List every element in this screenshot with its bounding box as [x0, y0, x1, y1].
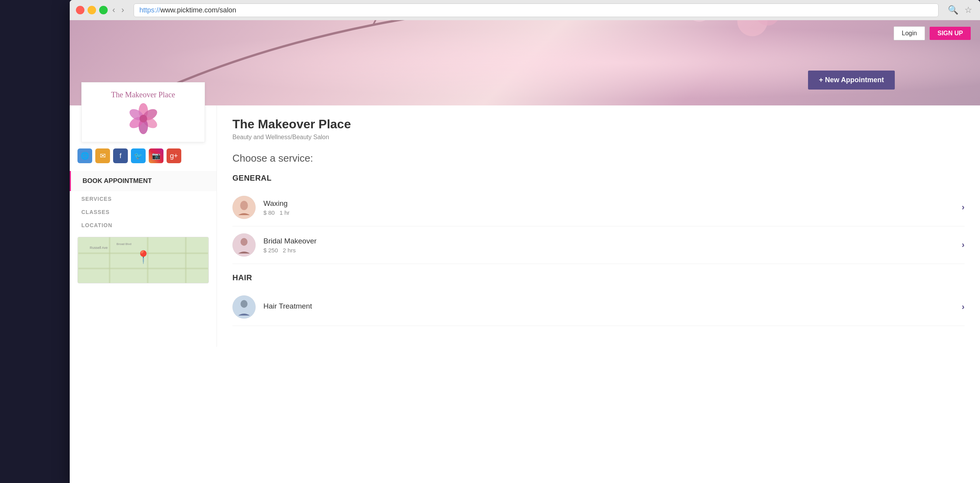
map-background: Russell Ave Broad Blvd 📍: [78, 237, 208, 283]
service-meta-bridal: $ 250 2 hrs: [263, 247, 954, 254]
category-name-general: GENERAL: [232, 174, 965, 183]
booking-main-content: The Makeover Place Beauty and Wellness/B…: [217, 105, 980, 347]
url-https: https://www.picktime.com/salon: [139, 6, 236, 14]
signup-button[interactable]: SIGN UP: [930, 27, 971, 40]
category-general: GENERAL Waxing $ 80 1 hr: [232, 174, 965, 264]
category-name-hair: HAIR: [232, 273, 965, 282]
svg-point-36: [241, 300, 248, 308]
service-info-waxing: Waxing $ 80 1 hr: [263, 199, 954, 216]
booking-overlay: Login SIGN UP The Makeover Place: [70, 20, 980, 483]
service-item-hair-treatment[interactable]: Hair Treatment ›: [232, 288, 965, 326]
chevron-right-icon-waxing: ›: [962, 202, 965, 212]
social-googleplus-icon[interactable]: g+: [167, 148, 181, 163]
svg-point-22: [139, 115, 147, 122]
category-hair: HAIR Hair Treatment ›: [232, 273, 965, 326]
login-button[interactable]: Login: [894, 26, 925, 40]
business-logo-title: The Makeover Place: [111, 90, 175, 99]
svg-rect-28: [185, 237, 187, 283]
browser-content: Login SIGN UP The Makeover Place: [70, 20, 980, 483]
business-type: Beauty and Wellness/Beauty Salon: [232, 134, 965, 141]
service-name-bridal: Bridal Makeover: [263, 237, 954, 245]
svg-text:Broad Blvd: Broad Blvd: [117, 242, 131, 246]
booking-header-image: Login SIGN UP: [70, 20, 980, 105]
nav-section-classes: CLASSES: [70, 204, 217, 217]
service-info-hair: Hair Treatment: [263, 302, 954, 312]
svg-point-32: [240, 201, 248, 210]
svg-text:Russell Ave: Russell Ave: [90, 246, 108, 250]
forward-button[interactable]: ›: [121, 5, 124, 15]
back-button[interactable]: ‹: [112, 5, 115, 15]
service-item-bridal[interactable]: Bridal Makeover $ 250 2 hrs ›: [232, 226, 965, 264]
business-name-heading: The Makeover Place: [232, 117, 965, 131]
service-info-bridal: Bridal Makeover $ 250 2 hrs: [263, 237, 954, 254]
service-avatar-hair: [232, 295, 256, 319]
chevron-right-icon-hair: ›: [962, 302, 965, 312]
social-email-icon[interactable]: ✉: [95, 148, 110, 163]
map-pin-icon: 📍: [136, 250, 151, 264]
maximize-button[interactable]: [99, 6, 108, 14]
booking-body: The Makeover Place: [70, 105, 980, 347]
titlebar: ‹ › https://www.picktime.com/salon 🔍 ☆: [70, 0, 980, 20]
minimize-button[interactable]: [88, 6, 96, 14]
booking-site-sidebar: The Makeover Place: [70, 105, 217, 347]
bookmark-icon[interactable]: ☆: [965, 5, 972, 15]
search-icon[interactable]: 🔍: [948, 5, 958, 15]
social-facebook-icon[interactable]: f: [113, 148, 128, 163]
booking-nav: BOOK APPOINTMENT SERVICES CLASSES LOCATI…: [70, 163, 217, 231]
booking-header-nav: Login SIGN UP: [70, 20, 980, 47]
nav-section-location: LOCATION: [70, 217, 217, 231]
nav-section-services: SERVICES: [70, 191, 217, 204]
chevron-right-icon-bridal: ›: [962, 240, 965, 250]
svg-point-34: [241, 238, 248, 246]
service-avatar-waxing: [232, 196, 256, 219]
social-web-icon[interactable]: 🌐: [77, 148, 92, 163]
business-logo-card: The Makeover Place: [81, 82, 205, 142]
service-avatar-bridal: [232, 233, 256, 257]
social-twitter-icon[interactable]: 🐦: [131, 148, 146, 163]
svg-rect-26: [109, 237, 110, 283]
close-button[interactable]: [76, 6, 84, 14]
service-name-waxing: Waxing: [263, 199, 954, 208]
business-flower-logo: [128, 103, 159, 134]
social-icons: 🌐 ✉ f 🐦 📷 g+: [70, 148, 217, 163]
service-item-waxing[interactable]: Waxing $ 80 1 hr ›: [232, 189, 965, 226]
new-appointment-button[interactable]: + New Appointment: [808, 71, 895, 90]
service-name-hair: Hair Treatment: [263, 302, 954, 310]
service-meta-waxing: $ 80 1 hr: [263, 209, 954, 216]
choose-service-label: Choose a service:: [232, 152, 965, 164]
location-map[interactable]: Russell Ave Broad Blvd 📍: [77, 237, 209, 283]
social-instagram-icon[interactable]: 📷: [149, 148, 163, 163]
svg-rect-25: [78, 268, 208, 269]
browser-window: ‹ › https://www.picktime.com/salon 🔍 ☆: [70, 0, 980, 483]
nav-book-appointment[interactable]: BOOK APPOINTMENT: [70, 171, 217, 191]
url-bar[interactable]: https://www.picktime.com/salon: [134, 3, 939, 17]
